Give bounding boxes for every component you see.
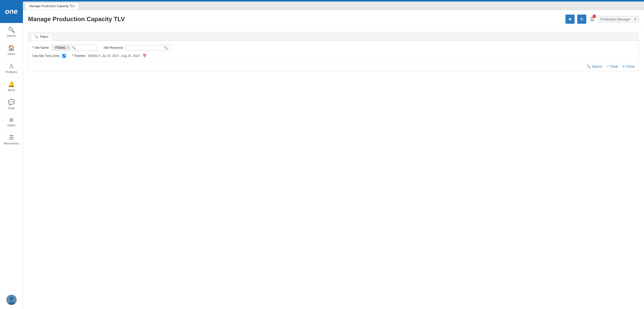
sidebar-item-home[interactable]: 🏠 Home [0, 41, 23, 59]
site-name-tag-close[interactable]: ✕ [67, 46, 69, 50]
tab-main[interactable]: Manage Production Capacity TLV [25, 3, 79, 10]
user-avatar[interactable] [6, 295, 17, 305]
home-icon: 🏠 [8, 45, 15, 51]
avatar-image [6, 295, 17, 305]
tab-bar: Manage Production Capacity TLV [23, 2, 644, 10]
sidebar-item-problems[interactable]: ⚠ Problems [0, 59, 23, 77]
filter-search-button[interactable]: 🔍 Search [587, 65, 602, 68]
filters-tab[interactable]: 🔍 Filters [31, 33, 52, 40]
sidebar: one 🔍 Search 🏠 Home ⚠ Problems 🔔 Alerts … [0, 0, 23, 309]
search-icon: 🔍 [8, 27, 15, 33]
use-site-timezone-field: Use Site Time Zone: [32, 54, 66, 58]
site-name-input-wrap: VSSite1 ✕ 🔍 [52, 45, 97, 51]
sidebar-label-chats: Chats [8, 107, 15, 110]
filter-search-icon: 🔍 [587, 65, 591, 68]
svg-point-1 [10, 297, 13, 300]
site-resource-label: Site Resource: [104, 46, 124, 50]
chat-icon: 💬 [8, 99, 15, 106]
filter-search-label: Search [592, 65, 602, 68]
sidebar-item-switch[interactable]: ⊞ Switch [0, 114, 23, 131]
filters-row-2: Use Site Time Zone: * Timeline: WEEKLY, … [32, 54, 635, 58]
filter-clear-button[interactable]: ✓ Clear [607, 65, 618, 68]
sidebar-label-home: Home [8, 52, 15, 55]
filters-panel: 🔍 Filters * Site Name: VSSite1 ✕ 🔍 [28, 33, 639, 71]
site-resource-input-wrap: 🔍 [126, 45, 172, 51]
site-name-search-icon[interactable]: 🔍 [72, 46, 76, 50]
notification-badge: 1 [592, 15, 596, 18]
sidebar-label-menus-favs: Menus/Favs [4, 142, 19, 145]
refresh-icon: ↻ [580, 17, 584, 22]
sidebar-label-switch: Switch [7, 124, 15, 127]
sidebar-item-menus-favs[interactable]: ☰ Menus/Favs [0, 131, 23, 149]
filter-close-icon: ✕ [622, 65, 625, 68]
star-icon: ★ [568, 16, 572, 22]
timeline-value: WEEKLY, Jul 24, 2023 - Aug 26, 2023 [88, 54, 140, 58]
logo-text: one [5, 7, 18, 16]
header-actions: ★ ↻ ☰ 1 Production Manager ▼ [565, 15, 639, 24]
site-resource-field: Site Resource: 🔍 [104, 45, 172, 51]
filter-close-label: Close [626, 65, 635, 68]
switch-icon: ⊞ [9, 117, 13, 123]
filter-close-button[interactable]: ✕ Close [622, 65, 635, 68]
filters-body: * Site Name: VSSite1 ✕ 🔍 Site Resource: [28, 40, 639, 62]
sidebar-label-alerts: Alerts [8, 89, 15, 92]
site-resource-input[interactable] [127, 46, 163, 50]
use-site-timezone-checkbox[interactable] [62, 54, 66, 58]
filters-tab-label: Filters [40, 35, 48, 39]
site-name-tag-value: VSSite1 [55, 46, 66, 50]
user-dropdown-name: Production Manager [600, 17, 630, 21]
site-name-tag: VSSite1 ✕ [53, 45, 71, 50]
menu-icon: ☰ [9, 134, 14, 141]
site-name-field: * Site Name: VSSite1 ✕ 🔍 [32, 45, 97, 51]
filter-actions: 🔍 Search ✓ Clear ✕ Close [28, 62, 639, 71]
sidebar-label-problems: Problems [5, 70, 17, 73]
sidebar-item-chats[interactable]: 💬 Chats [0, 95, 23, 114]
tab-label: Manage Production Capacity TLV [29, 4, 75, 8]
main-content: Manage Production Capacity TLV Manage Pr… [23, 0, 644, 309]
sidebar-label-search: Search [7, 34, 16, 37]
calendar-icon[interactable]: 📅 [143, 54, 147, 58]
site-resource-search-icon[interactable]: 🔍 [164, 46, 168, 50]
content-area: Manage Production Capacity TLV ★ ↻ ☰ 1 P… [23, 10, 644, 309]
filters-row-1: * Site Name: VSSite1 ✕ 🔍 Site Resource: [32, 45, 635, 51]
page-header: Manage Production Capacity TLV ★ ↻ ☰ 1 P… [23, 10, 644, 29]
chevron-down-icon: ▼ [634, 18, 637, 21]
timeline-field: * Timeline: WEEKLY, Jul 24, 2023 - Aug 2… [72, 54, 147, 58]
filter-clear-label: Clear [610, 65, 618, 68]
user-dropdown[interactable]: Production Manager ▼ [598, 16, 639, 22]
refresh-button[interactable]: ↻ [577, 15, 586, 24]
filter-search-tab-icon: 🔍 [35, 35, 39, 39]
favorite-button[interactable]: ★ [565, 15, 575, 24]
site-name-label: * Site Name: [32, 46, 49, 50]
use-site-timezone-label: Use Site Time Zone: [32, 54, 60, 58]
filter-clear-icon: ✓ [607, 65, 609, 68]
bell-icon: 🔔 [8, 81, 15, 88]
sidebar-item-alerts[interactable]: 🔔 Alerts [0, 77, 23, 95]
sidebar-item-search[interactable]: 🔍 Search [0, 23, 23, 41]
warning-icon: ⚠ [9, 63, 14, 69]
timeline-label: * Timeline: [72, 54, 86, 58]
page-title: Manage Production Capacity TLV [28, 16, 565, 23]
app-logo[interactable]: one [0, 0, 23, 23]
notification-button[interactable]: ☰ 1 [589, 15, 596, 23]
